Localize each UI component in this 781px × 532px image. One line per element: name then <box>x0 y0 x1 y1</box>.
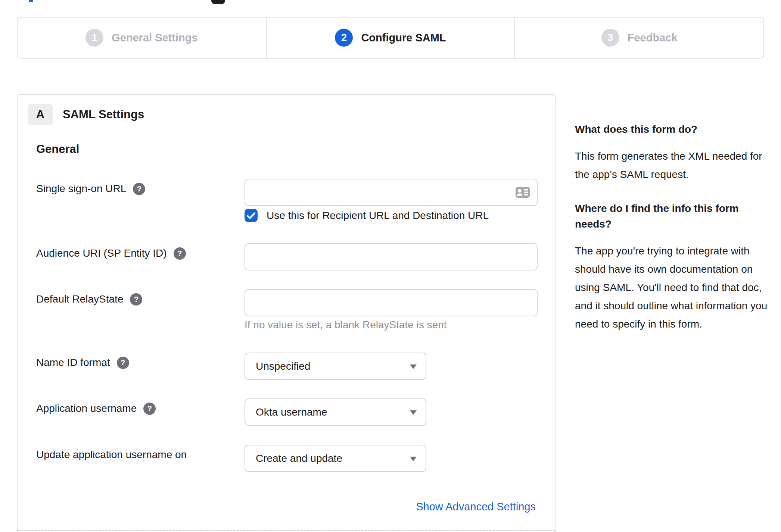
step-3-label: Feedback <box>628 32 678 44</box>
cutoff-blue-shape <box>29 0 33 2</box>
app-username-label-row: Application username ? <box>36 402 156 415</box>
step-configure-saml[interactable]: 2 Configure SAML <box>266 18 515 58</box>
help-sidebar: What does this form do? This form genera… <box>575 122 770 350</box>
sso-url-label-row: Single sign-on URL ? <box>36 182 145 195</box>
recipient-url-checkbox-row: Use this for Recipient URL and Destinati… <box>245 209 489 222</box>
relaystate-label: Default RelayState <box>36 293 123 306</box>
name-id-format-label-row: Name ID format ? <box>36 356 129 369</box>
chevron-down-icon <box>410 410 417 415</box>
cutoff-black-shape <box>211 0 225 4</box>
update-app-username-select[interactable]: Create and update <box>245 445 426 472</box>
app-username-label: Application username <box>36 402 137 415</box>
general-heading: General <box>36 143 79 156</box>
recipient-url-checkbox[interactable] <box>245 209 258 222</box>
section-header: A SAML Settings <box>28 104 144 125</box>
relaystate-hint: If no value is set, a blank RelayState i… <box>245 319 447 331</box>
saml-settings-panel: A SAML Settings General Single sign-on U… <box>17 94 556 532</box>
step-2-label: Configure SAML <box>361 32 446 44</box>
name-id-format-select[interactable]: Unspecified <box>245 353 426 380</box>
step-1-label: General Settings <box>112 32 197 44</box>
update-app-username-label-row: Update application username on <box>36 448 187 461</box>
sso-url-input[interactable] <box>245 179 538 206</box>
relaystate-label-row: Default RelayState ? <box>36 293 142 306</box>
relaystate-help-icon[interactable]: ? <box>130 293 142 306</box>
sidebar-body-2: The app you're trying to integrate with … <box>575 242 770 333</box>
section-dashed-divider <box>18 530 556 531</box>
chevron-down-icon <box>410 364 417 369</box>
name-id-format-value: Unspecified <box>245 360 310 372</box>
audience-uri-help-icon[interactable]: ? <box>174 247 186 260</box>
audience-uri-label: Audience URI (SP Entity ID) <box>36 247 167 260</box>
relaystate-input[interactable] <box>245 289 538 316</box>
checkmark-icon <box>247 212 255 219</box>
app-username-help-icon[interactable]: ? <box>143 403 156 415</box>
sidebar-heading-1: What does this form do? <box>575 122 770 137</box>
sso-url-help-icon[interactable]: ? <box>133 183 145 195</box>
step-general-settings[interactable]: 1 General Settings <box>18 18 266 58</box>
app-username-value: Okta username <box>245 406 327 418</box>
section-title: SAML Settings <box>63 108 144 121</box>
update-app-username-label: Update application username on <box>36 448 187 461</box>
contact-card-autofill-icon[interactable] <box>515 187 530 198</box>
sidebar-heading-2: Where do I find the info this form needs… <box>575 201 770 232</box>
show-advanced-settings-link[interactable]: Show Advanced Settings <box>416 501 536 513</box>
name-id-format-label: Name ID format <box>36 356 110 369</box>
update-app-username-value: Create and update <box>245 453 342 464</box>
section-a-badge: A <box>28 104 53 125</box>
step-feedback[interactable]: 3 Feedback <box>514 18 763 58</box>
step-3-circle: 3 <box>601 29 619 47</box>
recipient-url-checkbox-label[interactable]: Use this for Recipient URL and Destinati… <box>267 210 489 222</box>
sidebar-body-1: This form generates the XML needed for t… <box>575 147 770 184</box>
sso-url-input-wrap <box>245 179 538 206</box>
audience-uri-label-row: Audience URI (SP Entity ID) ? <box>36 247 186 260</box>
sso-url-label: Single sign-on URL <box>36 182 126 195</box>
step-1-circle: 1 <box>85 29 103 47</box>
audience-uri-input[interactable] <box>245 243 538 270</box>
step-2-circle: 2 <box>335 29 353 47</box>
name-id-format-help-icon[interactable]: ? <box>117 357 129 369</box>
chevron-down-icon <box>410 457 417 461</box>
app-username-select[interactable]: Okta username <box>245 398 426 426</box>
wizard-stepper: 1 General Settings 2 Configure SAML 3 Fe… <box>17 17 764 59</box>
